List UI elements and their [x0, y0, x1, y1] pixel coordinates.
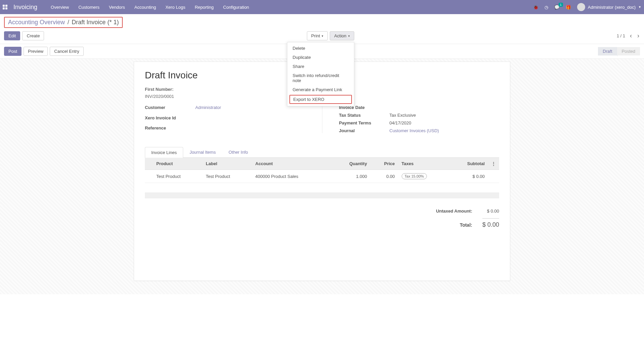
caret-down-icon: ▾ [348, 34, 350, 38]
total-label: Total: [460, 222, 472, 228]
table-row[interactable]: Test Product Test Product 400000 Product… [145, 170, 499, 183]
debug-icon[interactable]: 🐞 [533, 5, 538, 10]
table-footer-bar [145, 192, 499, 198]
preview-button[interactable]: Preview [24, 47, 48, 56]
col-taxes: Taxes [398, 158, 449, 170]
col-product: Product [153, 158, 202, 170]
user-name: Administrator (xero_doc) [588, 5, 636, 10]
cell-taxes: Tax 15.00% [398, 170, 449, 183]
action-refund[interactable]: Switch into refund/credit note [287, 71, 354, 85]
payment-terms-value: 04/17/2020 [390, 120, 499, 125]
cell-empty [488, 170, 499, 183]
print-label: Print [311, 33, 320, 38]
untaxed-value: $ 0.00 [482, 209, 499, 214]
action-share[interactable]: Share [287, 62, 354, 71]
clock-icon[interactable]: ◷ [545, 5, 548, 10]
journal-label: Journal [339, 128, 390, 133]
post-button[interactable]: Post [4, 47, 22, 56]
menu-xero-logs[interactable]: Xero Logs [165, 5, 185, 10]
menu-accounting[interactable]: Accounting [134, 5, 156, 10]
action-dropdown[interactable]: Action▾ [330, 31, 354, 40]
action-delete[interactable]: Delete [287, 44, 354, 53]
action-export-xero[interactable]: Export to XERO [289, 95, 352, 104]
tab-other-info[interactable]: Other Info [222, 147, 254, 157]
cell-label: Test Product [202, 170, 252, 183]
customer-label: Customer [145, 105, 195, 110]
tab-journal-items[interactable]: Journal Items [183, 147, 222, 157]
cell-account: 400000 Product Sales [252, 170, 331, 183]
cell-product: Test Product [153, 170, 202, 183]
tax-pill: Tax 15.00% [402, 173, 427, 179]
stage-posted[interactable]: Posted [617, 47, 640, 55]
main-menus: Overview Customers Vendors Accounting Xe… [51, 5, 533, 10]
totals: Untaxed Amount: $ 0.00 Total: $ 0.00 [145, 209, 499, 228]
breadcrumb-sep: / [66, 19, 71, 26]
tabs: Invoice Lines Journal Items Other Info [145, 147, 499, 158]
stage-draft[interactable]: Draft [598, 47, 617, 55]
col-subtotal: Subtotal [449, 158, 488, 170]
edit-button[interactable]: Edit [4, 31, 20, 40]
pager: 1 / 1 ‹ › [617, 32, 640, 39]
user-menu[interactable]: Administrator (xero_doc) ▼ [577, 3, 641, 11]
col-handle [145, 158, 153, 170]
menu-reporting[interactable]: Reporting [195, 5, 213, 10]
brand[interactable]: Invoicing [13, 4, 37, 11]
col-price: Price [370, 158, 398, 170]
action-payment-link[interactable]: Generate a Payment Link [287, 85, 354, 94]
col-account: Account [252, 158, 331, 170]
reference-label: Reference [145, 125, 195, 130]
breadcrumb-current: Draft Invoice (* 1) [72, 19, 119, 26]
action-duplicate[interactable]: Duplicate [287, 53, 354, 62]
pager-prev-icon[interactable]: ‹ [629, 32, 633, 39]
cell-qty: 1.000 [331, 170, 370, 183]
col-options-icon[interactable]: ⋮ [488, 158, 499, 170]
breadcrumb-parent[interactable]: Accounting Overview [8, 19, 65, 26]
cancel-entry-button[interactable]: Cancel Entry [50, 47, 83, 56]
menu-configuration[interactable]: Configuration [223, 5, 249, 10]
caret-down-icon: ▼ [638, 5, 641, 9]
total-value: $ 0.00 [482, 218, 499, 228]
caret-down-icon: ▾ [322, 34, 323, 38]
cell-price: 0.00 [370, 170, 398, 183]
tax-status-value: Tax Exclusive [390, 113, 499, 118]
tab-invoice-lines[interactable]: Invoice Lines [145, 147, 183, 158]
payment-terms-label: Payment Terms [339, 120, 390, 125]
col-quantity: Quantity [331, 158, 370, 170]
menu-customers[interactable]: Customers [78, 5, 99, 10]
menu-overview[interactable]: Overview [51, 5, 69, 10]
create-button[interactable]: Create [22, 31, 44, 40]
breadcrumb: Accounting Overview / Draft Invoice (* 1… [4, 17, 123, 28]
apps-icon[interactable] [3, 5, 7, 9]
customer-link[interactable]: Administrator [195, 105, 221, 110]
left-fields: Customer Administrator Xero Invoice Id R… [145, 105, 305, 133]
messages-badge: 1 [559, 3, 563, 7]
avatar-icon [577, 3, 585, 11]
breadcrumb-row: Accounting Overview / Draft Invoice (* 1… [0, 14, 644, 29]
col-label: Label [202, 158, 252, 170]
column-separator [322, 105, 322, 133]
gift-icon[interactable]: 🎁 [566, 5, 571, 10]
pager-next-icon[interactable]: › [637, 32, 640, 39]
right-fields: Invoice Date Tax Status Tax Exclusive Pa… [339, 105, 499, 133]
untaxed-label: Untaxed Amount: [436, 209, 472, 214]
print-dropdown[interactable]: Print▾ [307, 31, 328, 40]
menu-vendors[interactable]: Vendors [109, 5, 125, 10]
cell-subtotal: $ 0.00 [449, 170, 488, 183]
action-menu: Delete Duplicate Share Switch into refun… [287, 42, 354, 106]
control-panel: Edit Create Print▾ Action▾ Delete Duplic… [0, 29, 644, 44]
tax-status-label: Tax Status [339, 113, 390, 118]
action-label: Action [334, 33, 346, 38]
row-handle[interactable] [145, 170, 153, 183]
top-nav: Invoicing Overview Customers Vendors Acc… [0, 0, 644, 14]
journal-link[interactable]: Customer Invoices (USD) [390, 128, 439, 133]
messages-icon[interactable]: 💬1 [554, 5, 560, 10]
xero-id-label: Xero Invoice Id [145, 115, 195, 120]
lines-table: Product Label Account Quantity Price Tax… [145, 158, 499, 183]
pager-text: 1 / 1 [617, 33, 625, 38]
